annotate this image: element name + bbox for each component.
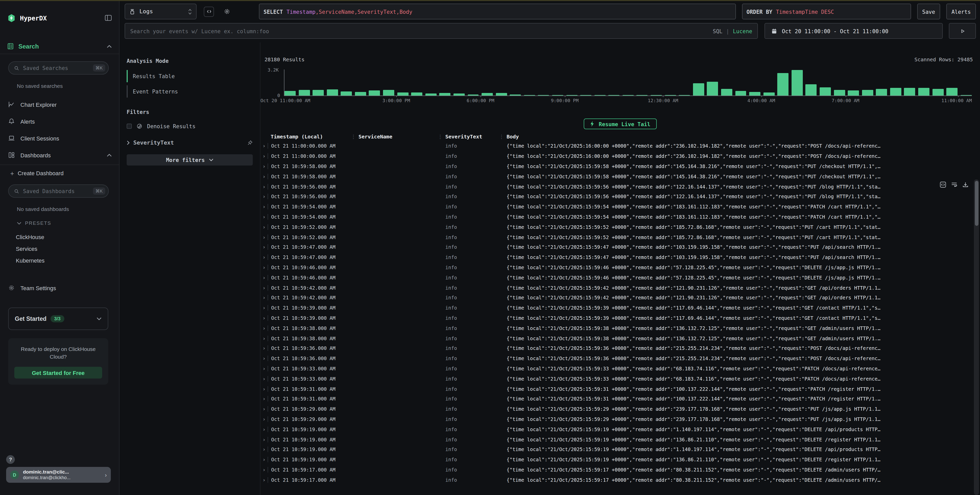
download-icon[interactable]	[962, 181, 969, 188]
row-expand-chevron-icon[interactable]	[261, 214, 267, 220]
histogram-bar[interactable]	[707, 82, 718, 95]
histogram-bar[interactable]	[552, 95, 563, 95]
event-search-box[interactable]: SQL | Lucene	[125, 23, 758, 39]
table-scrollbar[interactable]	[974, 179, 979, 495]
row-expand-chevron-icon[interactable]	[261, 153, 267, 159]
column-resize-handle[interactable]: ⋮	[499, 134, 504, 139]
histogram-bar[interactable]	[341, 91, 352, 95]
row-expand-chevron-icon[interactable]	[261, 406, 267, 412]
row-expand-chevron-icon[interactable]	[261, 285, 267, 290]
table-row[interactable]: Oct 21 11:00:00.000 AMinfo{"time_local":…	[261, 151, 980, 161]
histogram-bar[interactable]	[496, 93, 507, 95]
histogram-bar[interactable]	[285, 91, 296, 95]
chevron-up-icon[interactable]	[107, 45, 112, 48]
row-expand-chevron-icon[interactable]	[261, 467, 267, 473]
run-query-button[interactable]	[949, 23, 976, 39]
histogram-bar[interactable]	[876, 89, 887, 95]
row-expand-chevron-icon[interactable]	[261, 447, 267, 452]
table-row[interactable]: Oct 21 10:59:19.000 AMinfo{"time_local":…	[261, 454, 980, 465]
histogram-bar[interactable]	[777, 73, 789, 95]
code-brackets-icon[interactable]	[940, 181, 946, 188]
histogram-bar[interactable]	[932, 89, 943, 95]
row-expand-chevron-icon[interactable]	[261, 386, 267, 392]
histogram-bar[interactable]	[735, 91, 746, 95]
row-expand-chevron-icon[interactable]	[261, 275, 267, 280]
histogram-bar[interactable]	[961, 95, 972, 95]
histogram-bar[interactable]	[679, 95, 690, 95]
histogram-bar[interactable]	[468, 94, 479, 95]
histogram-bar[interactable]	[608, 95, 620, 95]
sidebar-item-chart-explorer[interactable]: Chart Explorer	[0, 96, 119, 113]
table-row[interactable]: Oct 21 10:59:39.000 AMinfo{"time_local":…	[261, 313, 980, 323]
histogram-bar[interactable]	[369, 91, 380, 95]
gear-icon[interactable]	[221, 6, 232, 17]
histogram-bar[interactable]	[834, 90, 845, 95]
events-histogram[interactable]: 3.2K 0 Oct 20 11:00:00 AM3:00:00 PM6:00:…	[261, 70, 976, 103]
row-expand-chevron-icon[interactable]	[261, 255, 267, 260]
column-resize-handle[interactable]: ⋮	[351, 134, 356, 139]
table-row[interactable]: Oct 21 10:59:19.000 AMinfo{"time_local":…	[261, 444, 980, 455]
sidebar-item-alerts[interactable]: Alerts	[0, 113, 119, 130]
histogram-bar[interactable]	[665, 95, 676, 95]
histogram-bar[interactable]	[397, 92, 408, 95]
sidebar-item-kubernetes[interactable]: Kubernetes	[0, 255, 119, 266]
row-expand-chevron-icon[interactable]	[261, 366, 267, 371]
histogram-bar[interactable]	[819, 88, 831, 95]
select-query-input[interactable]: SELECTTimestamp,ServiceName,SeverityText…	[259, 3, 736, 19]
mode-results-table[interactable]: Results Table	[127, 70, 253, 82]
table-row[interactable]: Oct 21 10:59:36.000 AMinfo{"time_local":…	[261, 353, 980, 363]
row-expand-chevron-icon[interactable]	[261, 315, 267, 321]
histogram-bar[interactable]	[890, 88, 901, 95]
column-header-timestamp[interactable]: Timestamp (Local)	[270, 134, 323, 139]
more-filters-button[interactable]: More filters	[127, 154, 253, 166]
table-row[interactable]: Oct 21 10:59:56.000 AMinfo{"time_local":…	[261, 191, 980, 202]
row-expand-chevron-icon[interactable]	[261, 457, 267, 462]
row-expand-chevron-icon[interactable]	[261, 184, 267, 189]
table-row[interactable]: Oct 21 10:59:47.000 AMinfo{"time_local":…	[261, 242, 980, 252]
histogram-bar[interactable]	[524, 95, 535, 95]
pin-icon[interactable]	[247, 140, 253, 146]
histogram-bar[interactable]	[510, 94, 521, 95]
histogram-bar[interactable]	[918, 88, 929, 95]
sidebar-item-search[interactable]: Search	[0, 39, 119, 54]
histogram-bar[interactable]	[439, 93, 451, 95]
table-row[interactable]: Oct 21 10:59:52.000 AMinfo{"time_local":…	[261, 232, 980, 242]
histogram-bar[interactable]	[904, 88, 915, 95]
sidebar-item-clickhouse[interactable]: ClickHouse	[0, 231, 119, 243]
row-expand-chevron-icon[interactable]	[261, 376, 267, 381]
table-row[interactable]: Oct 21 10:59:19.000 AMinfo{"time_local":…	[261, 434, 980, 444]
get-started-card[interactable]: Get Started 3/3	[8, 307, 108, 330]
row-expand-chevron-icon[interactable]	[261, 224, 267, 230]
resume-live-tail-button[interactable]: Resume Live Tail	[584, 118, 657, 129]
table-row[interactable]: Oct 21 10:59:39.000 AMinfo{"time_local":…	[261, 303, 980, 313]
histogram-bar[interactable]	[411, 92, 422, 95]
histogram-bar[interactable]	[622, 95, 634, 95]
time-range-picker[interactable]: Oct 20 11:00:00 - Oct 21 11:00:00	[765, 23, 943, 39]
get-started-free-button[interactable]: Get Started for Free	[14, 367, 102, 379]
histogram-bar[interactable]	[693, 83, 704, 95]
scrollbar-thumb[interactable]	[975, 181, 978, 226]
mode-lucene-toggle[interactable]: Lucene	[733, 28, 752, 34]
table-row[interactable]: Oct 21 10:59:33.000 AMinfo{"time_local":…	[261, 363, 980, 374]
table-row[interactable]: Oct 21 11:00:00.000 AMinfo{"time_local":…	[261, 141, 980, 151]
row-expand-chevron-icon[interactable]	[261, 345, 267, 351]
denoise-results-checkbox-row[interactable]: Denoise Results	[127, 123, 253, 129]
sidebar-item-services[interactable]: Services	[0, 243, 119, 255]
code-brackets-icon[interactable]	[204, 6, 214, 17]
histogram-bar[interactable]	[355, 92, 366, 95]
row-expand-chevron-icon[interactable]	[261, 164, 267, 169]
table-row[interactable]: Oct 21 10:59:33.000 AMinfo{"time_local":…	[261, 374, 980, 384]
create-dashboard-button[interactable]: + Create Dashboard	[0, 165, 119, 181]
histogram-bar[interactable]	[594, 95, 605, 95]
row-expand-chevron-icon[interactable]	[261, 295, 267, 301]
order-by-input[interactable]: ORDER BYTimestampTime DESC	[742, 3, 911, 19]
table-row[interactable]: Oct 21 10:59:56.000 AMinfo{"time_local":…	[261, 181, 980, 191]
table-row[interactable]: Oct 21 10:59:31.000 AMinfo{"time_local":…	[261, 384, 980, 394]
column-resize-handle[interactable]: ⋮	[438, 134, 443, 139]
checkbox[interactable]	[127, 124, 132, 129]
row-expand-chevron-icon[interactable]	[261, 335, 267, 341]
collapse-sidebar-icon[interactable]	[105, 15, 112, 21]
row-expand-chevron-icon[interactable]	[261, 416, 267, 422]
table-row[interactable]: Oct 21 10:59:29.000 AMinfo{"time_local":…	[261, 404, 980, 414]
table-row[interactable]: Oct 21 10:59:38.000 AMinfo{"time_local":…	[261, 323, 980, 333]
